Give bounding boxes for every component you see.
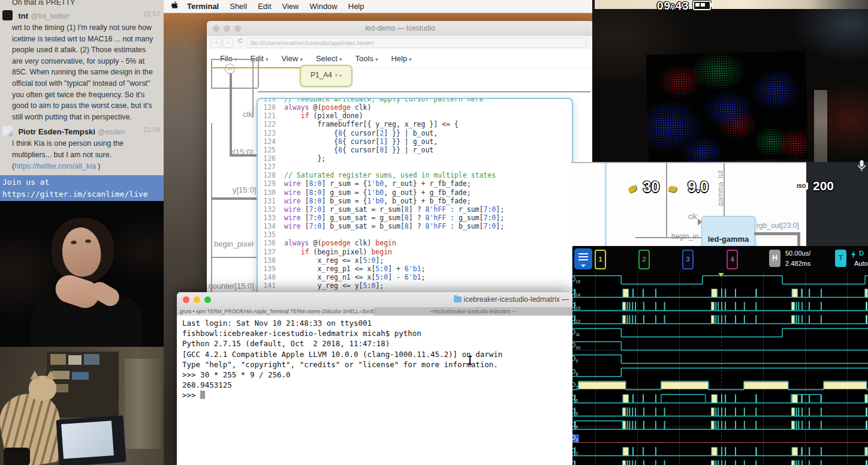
menubar-app-name[interactable]: Terminal <box>182 2 224 11</box>
code-line: 129wire [8:0] r_sum = {1'b0, r_out} + r_… <box>258 179 572 188</box>
code-line: 138 x_reg <= x[5:0]; <box>258 256 572 265</box>
cat-video <box>0 347 164 465</box>
trigger-button[interactable]: T <box>835 250 846 267</box>
pin-label-rgb-out: rgb_out[23:0] <box>757 221 799 230</box>
zoom-button[interactable] <box>204 296 211 303</box>
scope-channel-label-d15[interactable]: D15 <box>572 276 580 284</box>
code-token: 8'hFF <box>426 205 447 214</box>
code-token: ] ? <box>409 205 426 214</box>
menu-select[interactable]: Select <box>316 54 342 63</box>
code-token: { cursor[ <box>342 129 379 137</box>
code-token: always <box>284 103 309 112</box>
channel-3-button[interactable]: 3 <box>682 250 694 269</box>
diagram-wire <box>666 163 667 238</box>
pin-label-clk: clk <box>688 212 697 221</box>
scope-channel-label-d13[interactable]: D13 <box>572 302 580 310</box>
menu-file[interactable]: File <box>220 54 237 63</box>
pin-label-begin-in: begin_in <box>671 232 698 241</box>
terminal-window-title: icebreaker-icestudio-ledmatrix — <box>454 295 569 304</box>
menubar-item-help[interactable]: Help <box>343 2 370 11</box>
scope-channel-label-d7[interactable]: D7 <box>572 382 578 389</box>
led-gamma-block[interactable]: led-gamma <box>701 216 755 247</box>
minimize-button[interactable] <box>194 296 200 303</box>
terminal-line: fishbowl:icebreaker-icestudio-ledmatrix … <box>177 328 572 338</box>
menu-help[interactable]: Help <box>391 54 411 63</box>
terminal-line: Python 2.7.15 (default, Oct 2 2018, 11:4… <box>177 338 572 349</box>
avatar <box>2 10 13 20</box>
scope-channel-label-d9[interactable]: D9 <box>572 355 578 363</box>
camera-top-strip <box>595 0 868 9</box>
chat-messages[interactable]: Oh that is PRETTY tnt @tnt_twitter 21:57… <box>0 0 164 175</box>
scope-channel-label-d14[interactable]: D14 <box>572 289 580 297</box>
code-token: [ <box>301 214 309 222</box>
chat-link[interactable]: https://twitter.com/alt_kia <box>14 162 96 170</box>
menubar-item-shell[interactable]: Shell <box>224 2 252 11</box>
terminal-tab-inactive[interactable]: ~/src/icebreaker-icestudio-ledmatrix — <box>375 307 572 316</box>
terminal-line: [GCC 4.2.1 Compatible Apple LLVM 10.0.0 … <box>177 349 572 359</box>
iso-badge: ISO <box>795 182 808 190</box>
chat-author[interactable]: tnt <box>18 11 28 20</box>
channel-4-button[interactable]: 4 <box>727 250 738 269</box>
channel-2-button[interactable]: 2 <box>638 250 650 269</box>
text-token: very <box>25 57 38 65</box>
reload-icon[interactable] <box>236 38 245 47</box>
menubar-item-view[interactable]: View <box>277 2 305 11</box>
code-token: ]; <box>375 256 384 265</box>
port-dropdown-icon[interactable]: ▾ <box>338 73 342 79</box>
diagram-wire-thick <box>230 73 232 156</box>
code-token: { cursor[ <box>342 137 379 146</box>
code-token: ] }} | g_out, <box>384 137 438 146</box>
scope-channel-label-d11[interactable]: D11 <box>572 329 580 337</box>
scope-menu-button[interactable] <box>574 248 592 269</box>
code-token: x_reg_p1 <= x[ <box>284 265 375 273</box>
line-number: 138 <box>258 256 276 265</box>
code-token: x_reg <= x[ <box>284 256 363 265</box>
close-button[interactable] <box>183 296 189 303</box>
code-line: 119// feedback writeback, Apply cursor p… <box>258 98 572 103</box>
join-banner[interactable]: Join us at https://gitter.im/scanlime/li… <box>0 175 164 201</box>
horizontal-button[interactable]: H <box>769 250 780 267</box>
chat-handle: @esden <box>98 128 125 136</box>
scope-channel-label-d12[interactable]: D12 <box>572 316 580 323</box>
port-block-p1a4[interactable]: P1_A4× ▾ <box>300 65 352 87</box>
speaker <box>4 448 30 465</box>
code-token: 8 <box>309 197 314 205</box>
trigger-source: D <box>859 250 864 257</box>
menubar-item-edit[interactable]: Edit <box>252 2 276 11</box>
terminal-titlebar[interactable]: icebreaker-icestudio-ledmatrix — <box>177 292 572 308</box>
back-button[interactable]: ‹ <box>211 38 222 48</box>
scope-channel-label-d10[interactable]: D10 <box>572 342 580 350</box>
icestudio-titlebar[interactable]: led-demo — Icestudio <box>207 21 593 37</box>
code-line: 137 if (begin_pixel) begin <box>258 248 572 256</box>
forward-button[interactable]: › <box>222 38 233 48</box>
apple-menu-icon[interactable] <box>164 1 182 11</box>
code-token: wire <box>284 197 301 205</box>
shelf-box <box>72 372 89 380</box>
code-line: 141 y_reg <= y[5:0]; <box>258 281 572 290</box>
chat-author[interactable]: Piotr Esden-Tempski <box>18 127 95 136</box>
scope-channel-label-d8[interactable]: D8 <box>572 368 578 376</box>
code-token: ] }} | r_out <box>384 146 433 154</box>
scope-channel-label-d4[interactable]: D4 <box>572 421 578 429</box>
line-number: 129 <box>258 179 276 188</box>
terminal-tab-active[interactable]: ..grunt • npm TERM_PROGRAM=Apple_Termina… <box>177 307 375 316</box>
scope-channel-label-d5[interactable]: D5 <box>572 408 578 416</box>
eye <box>85 239 91 243</box>
code-token: if <box>301 112 309 120</box>
menu-tools[interactable]: Tools <box>355 54 378 63</box>
menubar-item-window[interactable]: Window <box>305 2 343 11</box>
icestudio-diagram-strip: gamma_lut clk begin_in led-gamma rgb_out… <box>571 162 806 247</box>
channel-1-button[interactable]: 1 <box>595 250 606 269</box>
terminal-body[interactable]: Last login: Sat Nov 10 21:48:33 on ttys0… <box>177 316 572 465</box>
code-token: posedge <box>321 239 350 247</box>
pin-circle[interactable]: 10 <box>225 64 235 74</box>
scope-channel-label-d2[interactable]: D2 <box>572 448 578 455</box>
scope-channel-label-d1[interactable]: D1 <box>572 461 578 465</box>
code-token: ]; <box>496 222 504 230</box>
address-bar[interactable]: file:///Users/micah/src/icestudio/app/in… <box>246 38 587 48</box>
menu-view[interactable]: View <box>281 54 302 63</box>
scope-channel-label-d6[interactable]: D6 <box>572 395 578 403</box>
scope-channel-label-d3[interactable]: D3 <box>572 434 579 442</box>
code-token: (begin_pixel) <box>309 248 372 256</box>
verilog-code-editor[interactable]: 119// feedback writeback, Apply cursor p… <box>257 98 573 296</box>
